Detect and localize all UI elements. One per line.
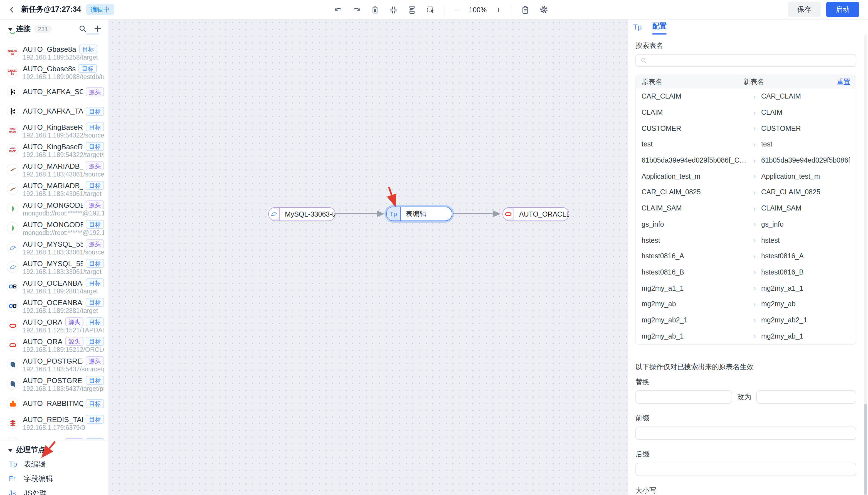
new-table-name[interactable]: mg2my_a1_1	[761, 284, 850, 292]
connection-item[interactable]: AUTO_MYSQL_5562_TA... 目标 192.168.1.183:3…	[0, 257, 108, 277]
new-table-name[interactable]: mg2my_ab_1	[761, 332, 850, 340]
prefix-input[interactable]	[635, 427, 856, 440]
new-table-name[interactable]: CLAIM	[761, 108, 850, 116]
config-panel: Tp 配置 搜索表名 原表名 新表名 重置	[627, 19, 868, 495]
connection-item[interactable]: AUTO_MARIADB_TARG... 目标 192.168.1.183:43…	[0, 179, 108, 199]
tab-tp[interactable]: Tp	[633, 23, 641, 35]
replace-to-input[interactable]	[756, 390, 856, 404]
marquee-select-icon[interactable]	[426, 5, 435, 14]
connection-item[interactable]: AUTO_KAFKA_TARGET 目标	[0, 101, 108, 121]
table-row[interactable]: hstest0816_B › hstest0816_B	[636, 264, 856, 280]
new-table-name[interactable]: mg2my_ab2_1	[761, 316, 850, 324]
connection-item[interactable]: AUTO_REDIS_TARGET01 目标 192.168.1.179:637…	[0, 413, 108, 433]
new-table-name[interactable]: test	[761, 141, 850, 148]
table-row[interactable]: hstest0816_A › hstest0816_A	[636, 248, 856, 264]
zoom-in-button[interactable]: +	[496, 5, 501, 14]
connection-item[interactable]: AUTO_POSTGRES_1206... 目标 192.168.1.183:5…	[0, 374, 108, 394]
save-button[interactable]: 保存	[788, 2, 821, 17]
delete-icon[interactable]	[371, 5, 379, 14]
table-row[interactable]: mg2my_a1_1 › mg2my_a1_1	[636, 280, 856, 296]
connection-item[interactable]: GBASE8a AUTO_Gbase8a 目标 192.168.1.189:52…	[0, 43, 108, 62]
table-row[interactable]: CAR_CLAIM_0825 › CAR_CLAIM_0825	[636, 184, 856, 200]
connection-item[interactable]: AUTO_MARIADB_SOUR... 源头 192.168.1.183:43…	[0, 160, 108, 179]
original-table-name: mg2my_ab	[641, 301, 754, 308]
start-button[interactable]: 启动	[826, 2, 859, 17]
top-bar: 新任务@17:27:34 编辑中 − 100%	[0, 0, 868, 19]
undo-icon[interactable]	[334, 5, 343, 14]
zoom-out-button[interactable]: −	[455, 5, 460, 14]
role-badge: 源头	[86, 239, 104, 248]
back-icon[interactable]	[8, 5, 16, 14]
connection-item[interactable]: GBASE8s AUTO_Gbase8s 目标 192.168.1.189:90…	[0, 62, 108, 82]
original-table-name: mg2my_a1_1	[641, 284, 754, 292]
connection-item[interactable]: AUTO_KAFKA_SOURCE1 源头	[0, 82, 108, 101]
new-table-name[interactable]: hstest0816_A	[761, 252, 850, 260]
partial-connection-item[interactable]	[0, 32, 108, 43]
connection-name: AUTO_OCEANBASE - C...	[23, 298, 83, 307]
table-row[interactable]: 61b05da39e94ed029f5b086f_CUSTO... › 61b0…	[636, 153, 856, 168]
original-table-name: CAR_CLAIM	[641, 93, 754, 101]
collapse-caret-icon[interactable]	[8, 24, 13, 34]
flow-canvas[interactable]: MySQL-33063-ta... Tp 表编辑 AUTO_ORACLE_L..…	[109, 19, 627, 495]
tab-config[interactable]: 配置	[652, 21, 667, 35]
connection-item[interactable]: AUTO_RABBITMQ_TAR... 目标	[0, 394, 108, 413]
connection-item[interactable]: AUTO_ORACLE_ni... 源头目标 192.168.1.189:152…	[0, 335, 108, 355]
new-table-name[interactable]: Application_test_m	[761, 173, 850, 181]
reset-link[interactable]: 重置	[837, 77, 850, 87]
connection-item[interactable]: AUTO_POSTGRES_1206... 源头 192.168.1.183:5…	[0, 355, 108, 374]
connection-item[interactable]: OB AUTO_OCEANBASE - C... 目标 192.168.1.18…	[0, 296, 108, 316]
new-table-name[interactable]: hstest0816_B	[761, 268, 850, 276]
add-connection-icon[interactable]	[93, 24, 102, 33]
source-node-mysql[interactable]: MySQL-33063-ta...	[268, 207, 336, 221]
settings-gear-icon[interactable]	[539, 5, 548, 15]
table-row[interactable]: CAR_CLAIM › CAR_CLAIM	[636, 88, 856, 104]
new-table-name[interactable]: CAR_CLAIM_0825	[761, 188, 850, 196]
processor-item[interactable]: Fr 字段编辑	[0, 472, 108, 486]
table-row[interactable]: CLAIM_SAM › CLAIM_SAM	[636, 201, 856, 216]
suffix-input[interactable]	[635, 463, 856, 476]
connection-item[interactable]: AUTO_MYSQL_5562_S... 源头 192.168.1.183:33…	[0, 238, 108, 257]
redo-icon[interactable]	[352, 5, 361, 14]
chevron-right-icon: ›	[754, 172, 761, 181]
table-row[interactable]: CLAIM › CLAIM	[636, 104, 856, 120]
new-table-name[interactable]: mg2my_ab	[761, 301, 850, 308]
table-search-box[interactable]	[635, 54, 856, 67]
table-row[interactable]: hstest › hstest	[636, 232, 856, 248]
connection-item[interactable]: OB AUTO_OCEANBASE 目标 192.168.1.189:2881/…	[0, 277, 108, 296]
chevron-right-icon: ›	[754, 220, 761, 228]
table-row[interactable]: mg2my_ab2_1 › mg2my_ab2_1	[636, 312, 856, 328]
target-node-oracle[interactable]: AUTO_ORACLE_L...	[502, 207, 569, 221]
table-edit-node[interactable]: Tp 表编辑	[386, 207, 453, 221]
table-search-input[interactable]	[651, 56, 851, 64]
table-row[interactable]: gs_info › gs_info	[636, 216, 856, 232]
new-table-name[interactable]: hstest	[761, 236, 850, 244]
new-table-name[interactable]: gs_info	[761, 221, 850, 228]
new-table-name[interactable]: CUSTOMER	[761, 124, 850, 132]
processor-item[interactable]: Tp 表编辑	[0, 457, 108, 472]
processor-item[interactable]: Js JS处理	[0, 486, 108, 495]
fit-view-icon[interactable]	[389, 5, 398, 14]
panel-scrollbar-thumb[interactable]	[864, 404, 867, 495]
rename-table-header: 原表名 新表名 重置	[636, 75, 856, 88]
zoom-level: 100%	[469, 6, 487, 14]
table-row[interactable]: Application_test_m › Application_test_m	[636, 168, 856, 184]
connection-item[interactable]: AUTO_ORACLE_L... 源头目标 192.168.1.126:1521…	[0, 316, 108, 335]
table-row[interactable]: mg2my_ab_1 › mg2my_ab_1	[636, 328, 856, 344]
connection-item[interactable]: AUTO_MONGODB_421... 目标 mongodb://root:**…	[0, 218, 108, 238]
clipboard-icon[interactable]	[520, 5, 529, 14]
table-row[interactable]: mg2my_ab › mg2my_ab	[636, 296, 856, 312]
table-row[interactable]: CUSTOMER › CUSTOMER	[636, 121, 856, 136]
new-table-name[interactable]: CAR_CLAIM	[761, 93, 850, 101]
connection-item[interactable]: KINGBASE AUTO_KingBaseR6_SO... 目标 192.16…	[0, 121, 108, 140]
original-table-name: Application_test_m	[641, 173, 754, 181]
collapse-caret-icon[interactable]	[8, 445, 13, 455]
connection-item[interactable]: AUTO_MONGODB_421... 源头 mongodb://root:**…	[0, 199, 108, 218]
connection-item[interactable]: KINGBASE AUTO_KingBaseR6_TAR... 目标 192.1…	[0, 140, 108, 160]
auto-layout-icon[interactable]	[407, 5, 417, 15]
new-table-name[interactable]: 61b05da39e94ed029f5b086f_CUSTC	[761, 156, 850, 164]
table-row[interactable]: test › test	[636, 136, 856, 152]
search-icon[interactable]	[78, 24, 87, 33]
connection-item[interactable]: Auto_Test001Mo... 源头目标	[0, 433, 108, 440]
new-table-name[interactable]: CLAIM_SAM	[761, 204, 850, 212]
replace-from-input[interactable]	[635, 390, 732, 404]
